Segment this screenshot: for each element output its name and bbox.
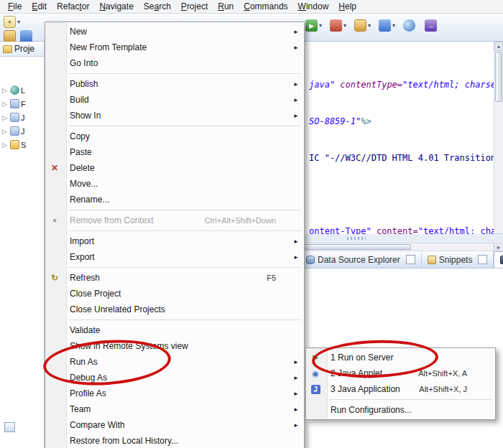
- menubar-item[interactable]: Search: [139, 0, 176, 13]
- menu-separator: [68, 319, 301, 320]
- menu-item-label: Profile As: [70, 388, 106, 398]
- expander-icon[interactable]: ▷: [2, 101, 9, 108]
- tab-project-explorer[interactable]: Proje: [0, 42, 44, 57]
- menu-item-copy[interactable]: Copy: [45, 129, 304, 144]
- dropdown-arrow-icon[interactable]: ▾: [392, 22, 395, 29]
- menu-item-compare-with[interactable]: Compare With ►: [45, 417, 304, 433]
- toolbar-button[interactable]: +▾: [4, 16, 20, 28]
- menu-item-refresh[interactable]: ↻ Refresh F5: [45, 270, 304, 286]
- menu-item-go-into[interactable]: Go Into: [45, 55, 304, 71]
- submenu-arrow-icon: ►: [290, 45, 299, 51]
- close-icon[interactable]: [406, 255, 415, 264]
- tree-item[interactable]: ▷ J: [0, 124, 45, 138]
- editor-vertical-scrollbar[interactable]: ▲ ▼: [494, 42, 503, 243]
- menu-item-label: Run Configurations...: [331, 405, 412, 415]
- menu-item-move[interactable]: Move...: [45, 176, 304, 192]
- menubar-item[interactable]: Edit: [27, 0, 52, 13]
- toolbar-button[interactable]: ▾: [379, 19, 395, 32]
- scroll-right-icon[interactable]: ►: [494, 243, 503, 251]
- external-tools-icon: [354, 19, 366, 32]
- submenu-arrow-icon: ►: [290, 391, 299, 397]
- tab-snippets[interactable]: Snippets: [422, 251, 494, 268]
- toolbar-button[interactable]: [20, 30, 34, 42]
- menubar-item[interactable]: Refactor: [52, 0, 94, 13]
- menu-item-new-from-template[interactable]: New From Template ►: [45, 39, 304, 55]
- menu-item-export[interactable]: Export ►: [45, 249, 304, 265]
- project-icon: [10, 99, 19, 108]
- menu-item-close-unrelated-projects[interactable]: Close Unrelated Projects: [45, 302, 304, 317]
- expander-icon[interactable]: ▷: [2, 87, 9, 94]
- tree-item[interactable]: ▷ L: [0, 83, 45, 97]
- menubar-item[interactable]: Project: [176, 0, 213, 13]
- tab-data-source-explorer[interactable]: Data Source Explorer: [300, 251, 422, 268]
- menu-item-label: New From Template: [70, 42, 147, 52]
- menu-item-publish[interactable]: Publish ►: [45, 76, 304, 92]
- menubar-item-accelerator: P: [181, 1, 187, 11]
- menu-item-label: Copy: [70, 131, 90, 141]
- tab-console[interactable]: Console ×: [494, 251, 503, 268]
- menu-item-show-in[interactable]: Show In ►: [45, 108, 304, 123]
- submenu-item-java-applet[interactable]: ◉ 2 Java Applet Alt+Shift+X, A: [306, 365, 495, 381]
- menubar-item-label-post: ile: [13, 1, 22, 11]
- code-attribute: content=: [377, 226, 418, 234]
- menu-item-delete[interactable]: ✕ Delete: [45, 160, 304, 176]
- outline-view-icon[interactable]: [4, 422, 15, 432]
- dropdown-arrow-icon[interactable]: ▾: [17, 19, 20, 25]
- menu-item-profile-as[interactable]: Profile As ►: [45, 386, 304, 401]
- toolbar-button[interactable]: →: [425, 19, 438, 32]
- scrollbar-thumb[interactable]: [303, 244, 411, 250]
- sash-grip-icon[interactable]: [347, 237, 366, 240]
- expander-icon[interactable]: ▷: [2, 128, 9, 135]
- menu-item-new[interactable]: New ►: [45, 24, 304, 39]
- toolbar-button[interactable]: ▾: [354, 19, 371, 32]
- menubar-item[interactable]: Help: [333, 0, 361, 13]
- menu-item-validate[interactable]: Validate: [45, 322, 304, 338]
- submenu-item-run-configurations[interactable]: Run Configurations...: [306, 402, 495, 418]
- menubar-item-label-pre: Se: [144, 1, 154, 11]
- submenu-arrow-icon: ►: [290, 238, 299, 245]
- menu-item-build[interactable]: Build ►: [45, 92, 304, 108]
- tree-item[interactable]: ▷ F: [0, 97, 45, 111]
- expander-icon[interactable]: ▷: [2, 114, 9, 121]
- menu-separator: [68, 230, 301, 231]
- toolbar-button[interactable]: [403, 19, 417, 32]
- tree-item[interactable]: ▷ J: [0, 111, 45, 124]
- expander-icon[interactable]: ▷: [2, 141, 9, 149]
- scrollbar-thumb[interactable]: [495, 52, 502, 102]
- menu-item-shortcut: Alt+Shift+X, J: [419, 385, 467, 393]
- dropdown-arrow-icon[interactable]: ▾: [343, 22, 346, 29]
- toolbar-button[interactable]: [4, 30, 17, 42]
- code-string: java": [309, 80, 340, 90]
- menu-item-label: Remove from Context: [70, 215, 154, 225]
- toolbar-button[interactable]: ▶▾: [305, 19, 322, 32]
- menubar-item[interactable]: Window: [293, 0, 334, 13]
- menu-item-import[interactable]: Import ►: [45, 233, 304, 249]
- dropdown-arrow-icon[interactable]: ▾: [319, 22, 322, 29]
- menu-item-rename[interactable]: Rename...: [45, 192, 304, 207]
- tab-label: Snippets: [439, 255, 473, 265]
- menu-item-debug-as[interactable]: Debug As ►: [45, 370, 304, 386]
- menu-item-restore-from-local-history[interactable]: Restore from Local History...: [45, 433, 304, 448]
- menubar-item[interactable]: Commands: [239, 0, 292, 13]
- scroll-up-icon[interactable]: ▲: [494, 42, 503, 51]
- close-icon[interactable]: [478, 255, 487, 264]
- menubar-item[interactable]: Navigate: [94, 0, 138, 13]
- java-icon-box: J: [311, 385, 320, 394]
- menubar-item[interactable]: File: [3, 0, 27, 13]
- menu-item-run-as[interactable]: Run As ►: [45, 354, 304, 370]
- dropdown-arrow-icon[interactable]: ▾: [368, 22, 371, 29]
- menu-item-team[interactable]: Team ►: [45, 401, 304, 417]
- delete-icon: ✕: [48, 163, 61, 173]
- menu-item-paste[interactable]: Paste: [45, 144, 304, 160]
- code-string: SO-8859-1": [309, 116, 361, 126]
- menu-item-show-in-remote-systems-view[interactable]: Show in Remote Systems view: [45, 338, 304, 354]
- menubar-item[interactable]: Run: [213, 0, 239, 13]
- submenu-item-run-on-server[interactable]: ▶ 1 Run on Server: [306, 350, 495, 365]
- toolbar-button[interactable]: ▾: [330, 19, 346, 32]
- menu-item-label: Close Unrelated Projects: [70, 304, 165, 314]
- code-delimiter: %>: [361, 116, 371, 126]
- submenu-item-java-application[interactable]: J 3 Java Application Alt+Shift+X, J: [306, 381, 495, 397]
- code-string: ontent-Type": [309, 226, 377, 234]
- menu-item-close-project[interactable]: Close Project: [45, 286, 304, 302]
- tree-item[interactable]: ▷ S: [0, 138, 45, 151]
